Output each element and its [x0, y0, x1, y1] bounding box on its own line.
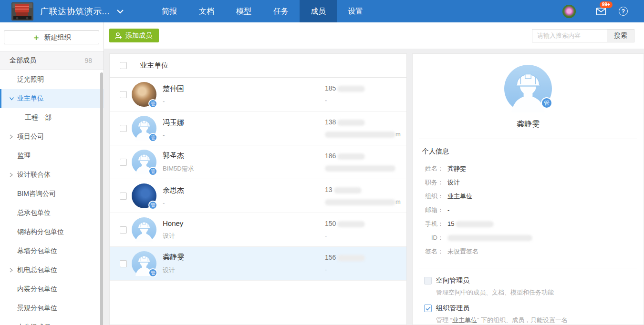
chevron-right-icon: [9, 134, 13, 140]
chevron-right-icon: [9, 173, 13, 178]
tab-4[interactable]: 任务: [262, 0, 300, 22]
field-value: 15: [447, 220, 494, 227]
sidebar-item-label: 钢结构分包单位: [17, 228, 64, 236]
sidebar-item-label: 工程一部: [25, 113, 52, 122]
member-contact: 156-: [325, 254, 365, 273]
sidebar-item[interactable]: 业主单位: [0, 89, 104, 108]
member-list-header: 业主单位: [110, 54, 406, 78]
member-name: 楚仲国: [163, 84, 184, 93]
tab-5[interactable]: 成员: [300, 0, 337, 22]
member-row[interactable]: 管郭圣杰BIM5D需求186: [110, 145, 406, 179]
sidebar-item[interactable]: 全部成员98: [0, 51, 104, 70]
user-avatar[interactable]: [562, 5, 576, 18]
member-contact: 150-: [325, 220, 365, 239]
org-link[interactable]: 业主单位: [447, 192, 472, 201]
sidebar-item[interactable]: 钢结构分包单位: [0, 223, 104, 242]
redacted-phone: [456, 221, 494, 227]
sidebar-item[interactable]: 内装分包单位: [0, 280, 104, 299]
chevron-down-icon: [116, 9, 124, 14]
member-checkbox[interactable]: [120, 125, 127, 132]
redacted-phone: [337, 86, 365, 92]
redacted-phone: [337, 255, 365, 261]
sidebar-item-label: 全部成员: [10, 56, 36, 65]
member-row[interactable]: 管楚仲国-185-: [110, 78, 406, 112]
member-contact: 186: [325, 152, 395, 172]
redacted-phone: [337, 221, 365, 227]
sidebar-item[interactable]: 工程一部: [0, 108, 104, 127]
member-row[interactable]: Honey设计150-: [110, 213, 406, 247]
field-value: [447, 234, 532, 241]
new-organization-button[interactable]: ＋ 新建组织: [4, 30, 99, 44]
role-label: 组织管理员: [436, 304, 469, 313]
tab-3[interactable]: 模型: [225, 0, 262, 22]
sidebar-item-label: 未分组成员: [17, 323, 51, 325]
sidebar-item-label: 机电总包单位: [17, 266, 57, 274]
sidebar-item[interactable]: 项目公司: [0, 127, 104, 146]
main-nav-tabs: 简报文档模型任务成员设置: [151, 0, 374, 22]
profile-name: 龚静雯: [413, 119, 644, 129]
member-checkbox[interactable]: [120, 159, 127, 166]
member-email: -: [325, 266, 365, 273]
field-label: 手机：: [422, 220, 444, 228]
role-description: 管理 “业主单位” 下的组织、成员，只能设置一名: [436, 316, 632, 325]
message-count-badge: 99+: [600, 1, 613, 8]
help-button[interactable]: ?: [619, 7, 628, 16]
field-value: 龚静雯: [447, 164, 466, 173]
admin-badge: 管: [541, 97, 552, 109]
role-checkbox-unchecked[interactable]: [424, 277, 432, 284]
member-text: 余思杰-: [163, 186, 184, 206]
sidebar-item[interactable]: 设计联合体: [0, 165, 104, 184]
member-email: m: [325, 131, 401, 138]
admin-badge: 管: [148, 167, 157, 176]
select-all-checkbox[interactable]: [120, 62, 127, 69]
member-checkbox[interactable]: [120, 193, 127, 200]
admin-badge: 管: [148, 268, 157, 277]
sidebar-item[interactable]: 监理: [0, 146, 104, 165]
member-avatar: [132, 217, 156, 242]
sidebar-item[interactable]: BIM咨询公司: [0, 184, 104, 203]
member-avatar: 管: [132, 183, 156, 208]
sidebar-item[interactable]: 泛光照明: [0, 70, 104, 89]
sidebar-item[interactable]: 未分组成员: [0, 318, 104, 325]
member-count: 98: [84, 57, 92, 64]
sidebar-item[interactable]: 幕墙分包单位: [0, 242, 104, 261]
tab-1[interactable]: 简报: [151, 0, 188, 22]
role-checkbox-checked[interactable]: [424, 305, 432, 312]
admin-badge: 管: [148, 133, 157, 142]
add-member-button[interactable]: 添加成员: [109, 29, 159, 42]
field-value: 设计: [447, 178, 460, 187]
redacted-id: [447, 235, 532, 241]
tab-2[interactable]: 文档: [188, 0, 225, 22]
member-checkbox[interactable]: [120, 226, 127, 234]
member-role: -: [163, 199, 184, 206]
sidebar-item-label: 设计联合体: [17, 171, 51, 179]
member-name: Honey: [163, 219, 183, 227]
org-link[interactable]: 业主单位: [452, 316, 477, 324]
member-avatar: 管: [132, 82, 156, 107]
add-member-label: 添加成员: [125, 31, 152, 40]
sidebar-item[interactable]: 机电总包单位: [0, 261, 104, 280]
member-email: -: [325, 97, 365, 104]
member-checkbox[interactable]: [120, 91, 127, 98]
member-name: 冯玉娜: [163, 118, 184, 127]
member-row[interactable]: 管余思杰-13m: [110, 179, 406, 213]
sidebar-item[interactable]: 总承包单位: [0, 203, 104, 223]
messages-button[interactable]: 99+: [596, 6, 606, 17]
building-photo: [11, 2, 33, 20]
search-button[interactable]: 搜索: [607, 29, 634, 42]
member-row[interactable]: 管龚静雯设计156-: [110, 247, 406, 281]
tab-6[interactable]: 设置: [337, 0, 374, 22]
member-row[interactable]: 管冯玉娜-138m: [110, 112, 406, 145]
search-input[interactable]: [532, 29, 607, 42]
member-checkbox[interactable]: [120, 260, 127, 267]
sidebar-scrollbar[interactable]: [100, 72, 103, 325]
helmet-avatar-icon: [132, 217, 156, 242]
member-name: 龚静雯: [163, 253, 184, 262]
project-switcher-chevron[interactable]: [116, 9, 124, 14]
profile-avatar: 管: [504, 65, 552, 112]
sidebar-item[interactable]: 景观分包单位: [0, 299, 104, 318]
member-role: -: [163, 132, 184, 139]
member-role: 设计: [163, 232, 183, 240]
question-mark-icon: ?: [622, 8, 625, 15]
sidebar-item-label: BIM咨询公司: [17, 190, 56, 198]
